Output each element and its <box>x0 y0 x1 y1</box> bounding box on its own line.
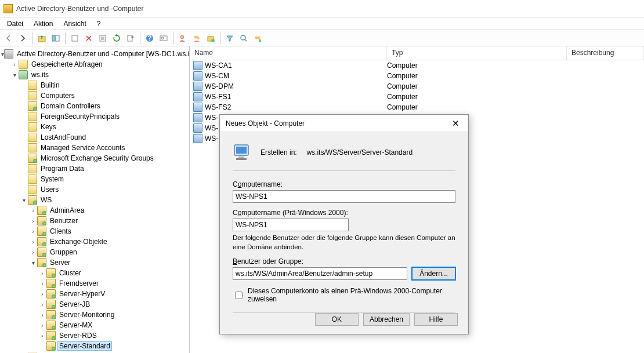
help-button[interactable]: Hilfe <box>414 313 458 326</box>
tree-ws-gruppen[interactable]: ›Gruppen <box>0 247 189 257</box>
chevron-right-icon[interactable]: › <box>29 249 37 256</box>
tree-srv-standard[interactable]: Server-Standard <box>0 341 189 351</box>
tree-domain[interactable]: ▾ws.its <box>0 70 189 80</box>
nav-forward-button[interactable] <box>16 32 29 45</box>
svg-point-18 <box>241 35 245 40</box>
svg-line-19 <box>245 39 247 41</box>
tree-ws-exchange[interactable]: ›Exchange-Objekte <box>0 236 189 247</box>
refresh-button[interactable] <box>110 32 123 45</box>
tree-lostandfound[interactable]: LostAndFound <box>0 132 189 143</box>
folder-icon <box>28 143 37 152</box>
chevron-right-icon[interactable]: › <box>38 281 46 287</box>
chevron-right-icon[interactable]: › <box>29 208 37 214</box>
dialog-close-button[interactable]: ✕ <box>448 117 462 130</box>
pre2000-name-input[interactable] <box>233 219 349 231</box>
search-button[interactable] <box>237 32 250 45</box>
menu-aktion[interactable]: Aktion <box>29 19 57 29</box>
tree-builtin[interactable]: Builtin <box>0 80 189 90</box>
list-item[interactable]: WS-CMComputer <box>190 71 644 81</box>
tree-srv-jb[interactable]: ›Server-JB <box>0 299 189 310</box>
list-item[interactable]: WS-CA1Computer <box>190 60 644 71</box>
tree-srv-mon[interactable]: ›Server-Monitoring <box>0 310 189 320</box>
delete-button[interactable] <box>82 32 95 45</box>
menu-ansicht[interactable]: Ansicht <box>59 19 91 29</box>
tree-system[interactable]: System <box>0 174 189 184</box>
tree-msa[interactable]: Managed Service Accounts <box>0 143 189 153</box>
tree-ws-adminarea[interactable]: ›AdminArea <box>0 205 189 216</box>
new-user-button[interactable] <box>176 32 189 45</box>
list-item-name: WS-FS1 <box>205 93 231 101</box>
tree-mesg[interactable]: Microsoft Exchange Security Groups <box>0 153 189 163</box>
navigation-tree[interactable]: ▾Active Directory-Benutzer und -Computer… <box>0 46 190 353</box>
computer-name-input[interactable] <box>233 190 455 203</box>
cut-button[interactable] <box>68 32 81 45</box>
ou-icon <box>46 321 56 330</box>
folder-icon <box>28 133 37 142</box>
ou-icon <box>37 227 46 236</box>
help-button[interactable]: ? <box>143 32 156 45</box>
user-group-input[interactable] <box>233 267 407 280</box>
tree-fsp[interactable]: ForeignSecurityPrincipals <box>0 111 189 122</box>
tree-srv-cluster[interactable]: ›Cluster <box>0 268 189 278</box>
chevron-right-icon[interactable]: › <box>29 228 37 235</box>
tree-saved-queries[interactable]: ›Gespeicherte Abfragen <box>0 59 189 70</box>
chevron-right-icon[interactable]: › <box>29 239 37 245</box>
ok-button[interactable]: OK <box>315 313 359 326</box>
menu-datei[interactable]: Datei <box>2 19 28 29</box>
tree-users[interactable]: Users <box>0 184 189 195</box>
tree-ws[interactable]: ▾WS <box>0 195 189 205</box>
list-item-name: WS-DPM <box>205 82 234 90</box>
new-ou-button[interactable] <box>204 32 217 45</box>
properties-button[interactable] <box>96 32 109 45</box>
column-name[interactable]: Name <box>190 46 387 60</box>
svg-point-21 <box>258 36 261 39</box>
ou-icon <box>46 310 56 319</box>
chevron-right-icon[interactable]: › <box>38 291 46 297</box>
chevron-right-icon[interactable]: › <box>38 301 46 308</box>
tree-program-data[interactable]: Program Data <box>0 163 189 174</box>
change-button[interactable]: Ändern... <box>412 267 455 280</box>
ou-icon <box>37 216 46 225</box>
tree-srv-fremd[interactable]: ›Fremdserver <box>0 278 189 289</box>
new-group-button[interactable] <box>190 32 203 45</box>
up-button[interactable] <box>35 32 48 45</box>
menu-help[interactable]: ? <box>92 19 106 29</box>
tree-ws-server[interactable]: ▾Server <box>0 257 189 268</box>
filter-button[interactable] <box>223 32 236 45</box>
tree-ws-benutzer[interactable]: ›Benutzer <box>0 216 189 226</box>
chevron-right-icon[interactable]: › <box>29 218 37 224</box>
cancel-button[interactable]: Abbrechen <box>363 313 410 326</box>
chevron-right-icon[interactable]: › <box>10 61 19 68</box>
chevron-down-icon[interactable]: ▾ <box>20 197 28 203</box>
chevron-right-icon[interactable]: › <box>38 270 46 276</box>
chevron-down-icon[interactable]: ▾ <box>29 260 37 266</box>
chevron-down-icon[interactable]: ▾ <box>10 72 19 78</box>
ou-icon <box>46 341 56 351</box>
tree-srv-hyperv[interactable]: ›Server-HyperV <box>0 289 189 299</box>
tree-computers[interactable]: Computers <box>0 90 189 101</box>
list-item[interactable]: WS-FS1Computer <box>190 92 644 102</box>
pre2000-checkbox[interactable] <box>235 292 243 299</box>
column-type[interactable]: Typ <box>387 46 567 60</box>
chevron-right-icon[interactable]: › <box>38 312 46 318</box>
svg-point-13 <box>180 35 184 39</box>
chevron-right-icon[interactable]: › <box>38 322 46 329</box>
column-desc[interactable]: Beschreibung <box>567 46 644 60</box>
tree-root[interactable]: ▾Active Directory-Benutzer und -Computer… <box>0 49 189 59</box>
tree-srv-mx[interactable]: ›Server-MX <box>0 320 189 330</box>
list-item[interactable]: WS-FS2Computer <box>190 102 644 112</box>
tree-ws-clients[interactable]: ›Clients <box>0 226 189 236</box>
create-in-label: Erstellen in: <box>261 148 297 157</box>
tree-domain-controllers[interactable]: Domain Controllers <box>0 101 189 111</box>
list-item[interactable]: WS-DPMComputer <box>190 81 644 92</box>
tree-keys[interactable]: Keys <box>0 122 189 132</box>
add-to-group-button[interactable] <box>251 32 264 45</box>
nav-back-button[interactable] <box>2 32 15 45</box>
list-header: Name Typ Beschreibung <box>190 46 644 60</box>
computer-name-label: Computername: <box>233 180 283 188</box>
export-button[interactable] <box>124 32 137 45</box>
show-hide-tree-button[interactable] <box>49 32 62 45</box>
find-button[interactable] <box>157 32 170 45</box>
chevron-right-icon[interactable]: › <box>38 333 46 339</box>
tree-srv-rds[interactable]: ›Server-RDS <box>0 330 189 341</box>
